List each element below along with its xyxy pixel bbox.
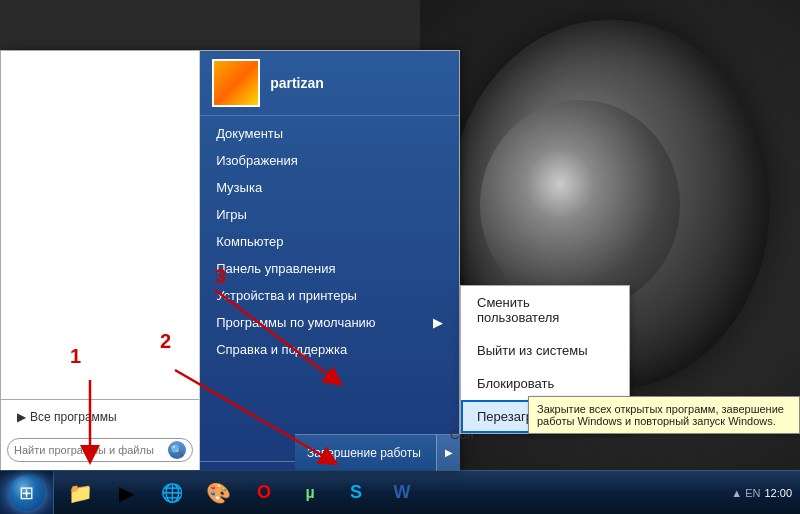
chrome-icon: 🌐 — [161, 482, 183, 504]
tooltip-box: Закрытие всех открытых программ, заверше… — [528, 396, 800, 434]
switch-user-item[interactable]: Сменить пользователя — [461, 286, 629, 334]
skype-icon: S — [350, 482, 362, 503]
user-section: partizan — [200, 51, 459, 116]
computer-label: Компьютер — [216, 234, 283, 249]
tray-icons: ▲ EN — [731, 487, 760, 499]
taskbar-utorrent[interactable]: µ — [288, 473, 332, 513]
arrow-right-small-icon: ▶ — [445, 447, 453, 458]
menu-item-images[interactable]: Изображения — [200, 147, 459, 174]
utorrent-icon: µ — [305, 484, 314, 502]
games-label: Игры — [216, 207, 247, 222]
help-label: Справка и поддержка — [216, 342, 347, 357]
menu-right-panel: partizan Документы Изображения Музыка Иг… — [200, 51, 459, 470]
documents-label: Документы — [216, 126, 283, 141]
logout-label: Выйти из системы — [477, 343, 588, 358]
taskbar-chrome[interactable]: 🌐 — [150, 473, 194, 513]
menu-item-devices[interactable]: Устройства и принтеры — [200, 282, 459, 309]
menu-item-music[interactable]: Музыка — [200, 174, 459, 201]
menu-item-games[interactable]: Игры — [200, 201, 459, 228]
start-menu: ▶ Все программы 🔍 partizan Документы Изо… — [0, 50, 460, 470]
start-orb: ⊞ — [9, 475, 45, 511]
opera-icon: O — [257, 482, 271, 503]
menu-item-documents[interactable]: Документы — [200, 120, 459, 147]
images-label: Изображения — [216, 153, 298, 168]
tooltip-text: Закрытие всех открытых программ, заверше… — [537, 403, 784, 427]
taskbar-opera[interactable]: O — [242, 473, 286, 513]
arrow-right-icon: ▶ — [17, 410, 26, 424]
search-bar: 🔍 — [7, 438, 193, 462]
taskbar-items: 📁 ▶ 🌐 🎨 O µ S W — [54, 471, 723, 514]
switch-user-label: Сменить пользователя — [477, 295, 559, 325]
menu-item-control-panel[interactable]: Панель управления — [200, 255, 459, 282]
menu-item-default-programs[interactable]: Программы по умолчанию ▶ — [200, 309, 459, 336]
right-menu-items: Документы Изображения Музыка Игры Компью… — [200, 116, 459, 461]
taskbar-media[interactable]: ▶ — [104, 473, 148, 513]
word-icon: W — [394, 482, 411, 503]
menu-item-computer[interactable]: Компьютер — [200, 228, 459, 255]
media-icon: ▶ — [119, 481, 134, 505]
music-label: Музыка — [216, 180, 262, 195]
taskbar-paint[interactable]: 🎨 — [196, 473, 240, 513]
default-programs-label: Программы по умолчанию — [216, 315, 375, 330]
taskbar-word[interactable]: W — [380, 473, 424, 513]
clock: 12:00 — [764, 487, 792, 499]
taskbar-explorer[interactable]: 📁 — [58, 473, 102, 513]
explorer-icon: 📁 — [68, 481, 93, 505]
control-panel-label: Панель управления — [216, 261, 335, 276]
shutdown-label: Завершение работы — [307, 446, 421, 460]
avatar — [212, 59, 260, 107]
search-button[interactable]: 🔍 — [168, 441, 186, 459]
menu-left-bottom: ▶ Все программы — [1, 399, 199, 434]
paint-icon: 🎨 — [206, 481, 231, 505]
shutdown-bar: Завершение работы ▶ — [295, 434, 460, 470]
shutdown-button[interactable]: Завершение работы — [295, 435, 436, 470]
taskbar-skype[interactable]: S — [334, 473, 378, 513]
windows-icon: ⊞ — [19, 482, 34, 504]
devices-label: Устройства и принтеры — [216, 288, 357, 303]
search-input[interactable] — [14, 444, 164, 456]
all-programs-button[interactable]: ▶ Все программы — [9, 404, 191, 430]
user-name: partizan — [270, 75, 324, 91]
menu-left-panel: ▶ Все программы 🔍 — [1, 51, 200, 470]
start-button[interactable]: ⊞ — [0, 471, 54, 515]
tire-inner — [480, 100, 680, 310]
all-programs-label: Все программы — [30, 410, 117, 424]
menu-item-help[interactable]: Справка и поддержка — [200, 336, 459, 363]
logout-item[interactable]: Выйти из системы — [461, 334, 629, 367]
taskbar: ⊞ 📁 ▶ 🌐 🎨 O µ S W ▲ EN 12:00 — [0, 470, 800, 514]
lock-label: Блокировать — [477, 376, 554, 391]
submenu-arrow-icon: ▶ — [433, 315, 443, 330]
taskbar-tray: ▲ EN 12:00 — [723, 471, 800, 514]
